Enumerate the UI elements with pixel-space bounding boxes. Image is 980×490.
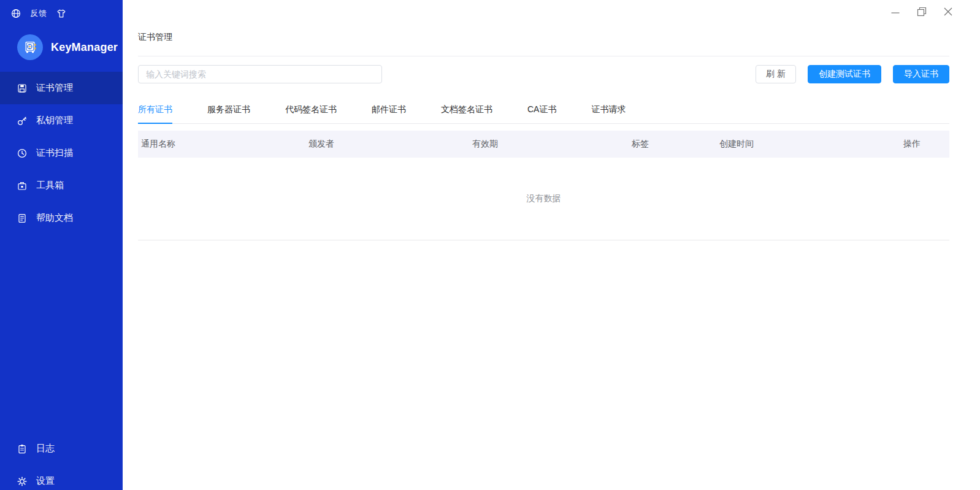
sidebar-bottom-menu: 日志 设置 bbox=[0, 432, 123, 490]
sidebar-item-settings[interactable]: 设置 bbox=[0, 465, 123, 490]
cert-table-header: 通用名称 颁发者 有效期 标签 创建时间 操作 bbox=[138, 131, 949, 158]
tab-doc-signing-certs[interactable]: 文档签名证书 bbox=[441, 96, 492, 123]
search-input[interactable] bbox=[138, 65, 382, 83]
scan-icon bbox=[17, 148, 27, 158]
sidebar-item-help-docs[interactable]: 帮助文档 bbox=[0, 202, 123, 234]
sidebar-item-private-keys[interactable]: 私钥管理 bbox=[0, 104, 123, 137]
log-icon bbox=[17, 444, 27, 454]
sidebar-titlebar: 反馈 bbox=[0, 0, 123, 19]
sidebar-item-cert-management[interactable]: 证书管理 bbox=[0, 72, 123, 104]
column-header-created-at: 创建时间 bbox=[719, 139, 903, 150]
sidebar-item-label: 工具箱 bbox=[36, 180, 64, 191]
sidebar: 反馈 bbox=[0, 0, 123, 490]
tab-all-certs[interactable]: 所有证书 bbox=[138, 96, 172, 123]
cert-tabs: 所有证书 服务器证书 代码签名证书 邮件证书 文档签名证书 CA证书 证书请求 bbox=[138, 96, 949, 124]
tab-email-certs[interactable]: 邮件证书 bbox=[372, 96, 406, 123]
create-test-cert-button[interactable]: 创建测试证书 bbox=[808, 65, 881, 83]
sidebar-item-label: 证书管理 bbox=[36, 82, 73, 94]
toolbar-buttons: 刷 新 创建测试证书 导入证书 bbox=[756, 65, 949, 83]
safe-icon bbox=[23, 40, 37, 55]
brand: KeyManager bbox=[17, 34, 123, 60]
empty-state-text: 没有数据 bbox=[527, 193, 561, 204]
minimize-button[interactable] bbox=[890, 6, 900, 17]
tab-cert-requests[interactable]: 证书请求 bbox=[591, 96, 626, 123]
app-window: 反馈 bbox=[0, 0, 980, 490]
sidebar-item-toolbox[interactable]: 工具箱 bbox=[0, 169, 123, 202]
gear-icon bbox=[17, 477, 27, 486]
tab-code-signing-certs[interactable]: 代码签名证书 bbox=[285, 96, 337, 123]
column-header-actions: 操作 bbox=[903, 139, 949, 150]
close-button[interactable] bbox=[943, 6, 953, 17]
toolbar: 刷 新 创建测试证书 导入证书 bbox=[138, 65, 949, 83]
globe-icon[interactable] bbox=[11, 9, 21, 18]
import-cert-button[interactable]: 导入证书 bbox=[893, 65, 949, 83]
page-title: 证书管理 bbox=[138, 0, 949, 56]
sidebar-item-label: 日志 bbox=[36, 443, 55, 454]
shirt-icon[interactable] bbox=[56, 9, 66, 18]
column-header-issuer: 颁发者 bbox=[308, 139, 472, 150]
empty-state: 没有数据 bbox=[138, 158, 949, 240]
sidebar-item-cert-scan[interactable]: 证书扫描 bbox=[0, 137, 123, 169]
tab-server-certs[interactable]: 服务器证书 bbox=[207, 96, 250, 123]
key-icon bbox=[17, 116, 27, 126]
column-header-common-name: 通用名称 bbox=[141, 139, 308, 150]
sidebar-item-label: 帮助文档 bbox=[36, 212, 73, 224]
sidebar-menu: 证书管理 私钥管理 bbox=[0, 72, 123, 234]
tab-ca-certs[interactable]: CA证书 bbox=[527, 96, 556, 123]
sidebar-item-label: 私钥管理 bbox=[36, 115, 73, 126]
brand-name: KeyManager bbox=[51, 41, 118, 54]
toolbox-icon bbox=[17, 181, 27, 191]
main-content: 证书管理 刷 新 创建测试证书 导入证书 所有证书 服务器证书 代码签名证书 邮… bbox=[123, 0, 980, 490]
sidebar-item-label: 设置 bbox=[36, 475, 55, 487]
feedback-link[interactable]: 反馈 bbox=[30, 8, 47, 19]
restore-button[interactable] bbox=[916, 6, 927, 17]
certificate-manage-icon bbox=[17, 83, 27, 93]
sidebar-item-logs[interactable]: 日志 bbox=[0, 432, 123, 465]
help-doc-icon bbox=[17, 213, 27, 223]
sidebar-item-label: 证书扫描 bbox=[36, 147, 73, 159]
column-header-validity: 有效期 bbox=[472, 139, 632, 150]
app-logo bbox=[17, 34, 43, 60]
refresh-button[interactable]: 刷 新 bbox=[756, 65, 796, 83]
column-header-tag: 标签 bbox=[632, 139, 719, 150]
window-controls bbox=[890, 6, 953, 17]
